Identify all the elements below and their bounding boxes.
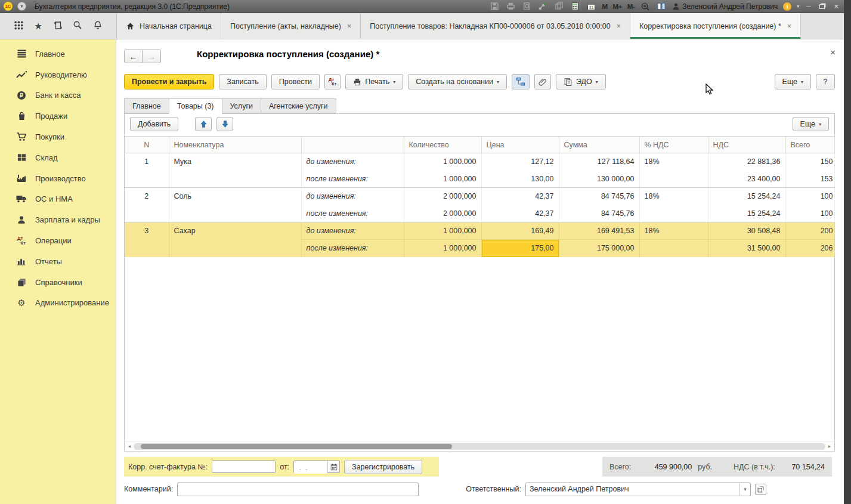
memory-minus-button[interactable]: M-	[627, 3, 635, 10]
tab-receipt-correction[interactable]: Корректировка поступления (создание) * ×	[630, 13, 801, 39]
sidebar-item-main[interactable]: Главное	[0, 44, 116, 64]
cell-sum[interactable]: 169 491,53	[559, 222, 639, 240]
cell-vat-rate[interactable]: 18%	[639, 188, 708, 205]
cell-row-number[interactable]: 3	[125, 222, 169, 257]
horizontal-scrollbar[interactable]: ◂ ▸	[125, 441, 834, 451]
print-icon[interactable]	[505, 1, 516, 12]
sidebar-item-production[interactable]: Производство	[0, 168, 116, 189]
sidebar-item-fixed-assets[interactable]: ОС и НМА	[0, 189, 116, 210]
cell-qty[interactable]: 2 000,000	[404, 205, 481, 222]
split-view-icon[interactable]	[656, 1, 667, 12]
col-header-total[interactable]: Всего	[785, 137, 834, 153]
scrollbar-track[interactable]	[134, 443, 825, 450]
structure-of-subordination-button[interactable]	[512, 74, 530, 89]
back-button[interactable]: ←	[124, 50, 143, 63]
cell-vat[interactable]: 22 881,36	[708, 153, 785, 171]
cell-price[interactable]: 169,49	[481, 222, 559, 240]
add-row-button[interactable]: Добавить	[130, 117, 178, 131]
cell-total[interactable]: 153	[785, 171, 834, 188]
col-header-sum[interactable]: Сумма	[559, 137, 639, 153]
save-icon[interactable]	[489, 1, 500, 12]
table-more-button[interactable]: Еще▾	[793, 117, 829, 131]
cell-total[interactable]: 100	[785, 205, 834, 222]
restore-button[interactable]	[818, 2, 827, 10]
cell-qty[interactable]: 2 000,000	[404, 188, 481, 205]
post-button[interactable]: Провести	[271, 74, 320, 89]
minimize-button[interactable]: –	[804, 2, 812, 10]
comment-input[interactable]	[177, 483, 419, 496]
tab-goods[interactable]: Товары (3)	[169, 98, 222, 114]
edo-button[interactable]: ЭДО▾	[556, 74, 606, 89]
cell-vat-rate[interactable]	[639, 205, 708, 222]
close-form-icon[interactable]: ×	[830, 47, 835, 57]
cell-price[interactable]: 127,12	[481, 153, 559, 171]
cell-vat[interactable]: 15 254,24	[708, 205, 785, 222]
sidebar-item-bank-cash[interactable]: ₽ Банк и касса	[0, 85, 116, 106]
cell-sum[interactable]: 84 745,76	[559, 205, 639, 222]
close-tab-icon[interactable]: ×	[617, 22, 621, 30]
cell-price[interactable]: 42,37	[481, 205, 559, 222]
table-row-before[interactable]: 2 Соль до изменения: 2 000,000 42,37 84 …	[125, 188, 834, 205]
memory-button[interactable]: M	[602, 3, 607, 10]
tab-agency-services[interactable]: Агентские услуги	[261, 98, 336, 113]
cell-vat-rate[interactable]	[639, 171, 708, 188]
col-header-vat-rate[interactable]: % НДС	[639, 137, 708, 153]
cell-row-number[interactable]: 1	[125, 153, 169, 188]
scroll-right-icon[interactable]: ▸	[827, 443, 833, 449]
favorites-star-icon[interactable]: ★	[35, 21, 42, 30]
cell-vat-rate[interactable]: 18%	[639, 153, 708, 171]
responsible-combobox[interactable]: Зеленский Андрей Петрович ▾	[525, 483, 751, 496]
apps-grid-icon[interactable]	[14, 20, 24, 32]
sidebar-item-manager[interactable]: Руководителю	[0, 64, 116, 85]
col-header-item[interactable]: Номенклатура	[169, 137, 301, 153]
current-user[interactable]: Зеленский Андрей Петрович	[672, 2, 778, 11]
cell-total[interactable]: 206	[785, 240, 834, 257]
sidebar-item-directories[interactable]: Справочники	[0, 272, 116, 293]
close-tab-icon[interactable]: ×	[347, 22, 351, 30]
cell-vat-rate[interactable]: 18%	[639, 222, 708, 240]
search-icon[interactable]	[73, 20, 82, 32]
scrollbar-thumb[interactable]	[141, 444, 452, 449]
register-invoice-button[interactable]: Зарегистрировать	[344, 460, 422, 474]
col-header-n[interactable]: N	[125, 137, 169, 153]
save-button[interactable]: Записать	[219, 74, 266, 89]
memory-plus-button[interactable]: M+	[613, 3, 622, 10]
show-postings-button[interactable]: ДтКт	[324, 74, 341, 89]
cell-total[interactable]: 150	[785, 153, 834, 171]
cell-item-name[interactable]: Сахар	[169, 222, 301, 257]
cell-total[interactable]: 200	[785, 222, 834, 240]
sidebar-item-operations[interactable]: ДтКт Операции	[0, 230, 116, 251]
cell-vat[interactable]: 31 500,00	[708, 240, 785, 257]
history-icon[interactable]	[53, 20, 63, 32]
cell-price[interactable]: 130,00	[481, 171, 559, 188]
tab-goods-receipt[interactable]: Поступление товаров: Накладная КП00-0000…	[361, 13, 630, 39]
print-button[interactable]: Печать▾	[345, 74, 403, 89]
tab-services[interactable]: Услуги	[222, 98, 261, 113]
col-header-price[interactable]: Цена	[481, 137, 559, 153]
move-row-up-button[interactable]	[195, 117, 212, 131]
notifications-bell-icon[interactable]	[93, 20, 103, 32]
cell-vat-rate[interactable]	[639, 240, 708, 257]
help-button[interactable]: ?	[816, 74, 835, 89]
cell-qty[interactable]: 1 000,000	[404, 240, 481, 257]
1c-logo-icon[interactable]: 1С	[4, 2, 13, 11]
cell-qty[interactable]: 1 000,000	[404, 171, 481, 188]
calendar-picker-button[interactable]	[327, 461, 339, 472]
cell-qty[interactable]: 1 000,000	[404, 222, 481, 240]
link-icon[interactable]	[553, 1, 564, 12]
info-icon[interactable]: i	[783, 2, 791, 11]
cell-vat[interactable]: 15 254,24	[708, 188, 785, 205]
cell-sum[interactable]: 130 000,00	[559, 171, 639, 188]
cell-price-selected[interactable]: 175,00	[481, 240, 559, 257]
invoice-number-input[interactable]	[212, 460, 276, 473]
sidebar-item-sales[interactable]: Продажи	[0, 106, 116, 126]
sidebar-item-purchases[interactable]: Покупки	[0, 126, 116, 147]
cell-total[interactable]: 100	[785, 188, 834, 205]
cell-vat[interactable]: 30 508,48	[708, 222, 785, 240]
cell-item-name[interactable]: Мука	[169, 153, 301, 188]
attachments-button[interactable]	[534, 74, 551, 89]
table-row-before-selected[interactable]: 3 Сахар до изменения: 1 000,000 169,49 1…	[125, 222, 834, 240]
add-link-icon[interactable]	[537, 1, 548, 12]
cell-row-number[interactable]: 2	[125, 188, 169, 222]
sidebar-item-warehouse[interactable]: Склад	[0, 147, 116, 168]
